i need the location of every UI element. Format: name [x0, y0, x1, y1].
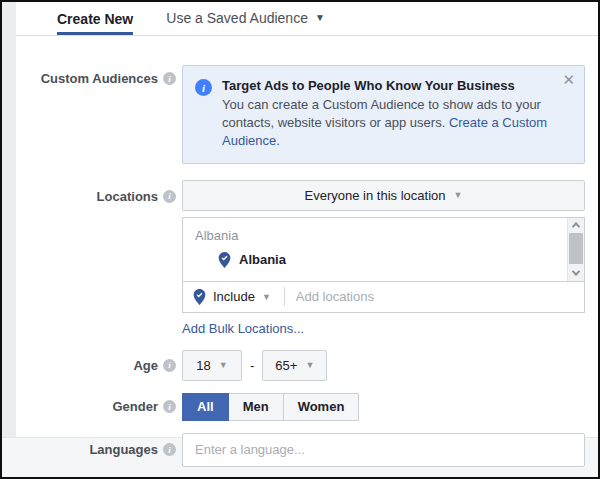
- divider: [284, 287, 285, 306]
- selected-location-item[interactable]: Albania: [218, 252, 584, 268]
- age-min-dropdown[interactable]: 18 ▼: [182, 350, 242, 381]
- include-row: Include ▼: [183, 281, 584, 312]
- chevron-down-icon: [572, 267, 580, 275]
- chevron-up-icon: [572, 222, 580, 230]
- scroll-down-button[interactable]: [568, 266, 584, 281]
- gender-option-women[interactable]: Women: [283, 393, 360, 421]
- location-scope-dropdown[interactable]: Everyone in this location ▼: [182, 180, 585, 211]
- selected-locations-list: Albania Albania: [183, 218, 584, 281]
- audience-tabbar: Create New Use a Saved Audience ▼: [16, 2, 598, 36]
- chevron-down-icon: ▼: [315, 12, 325, 23]
- gender-segmented-control: All Men Women: [182, 393, 359, 421]
- locations-box: Albania Albania: [182, 217, 585, 313]
- age-row: Age i 18 ▼ - 65+ ▼: [16, 350, 598, 381]
- selected-location-name: Albania: [239, 252, 286, 267]
- include-dropdown[interactable]: Include ▼: [193, 289, 271, 305]
- banner-title: Target Ads to People Who Know Your Busin…: [222, 78, 554, 93]
- age-max-dropdown[interactable]: 65+ ▼: [262, 350, 327, 381]
- audience-form: Custom Audiences i i Target Ads to Peopl…: [16, 36, 598, 467]
- banner-body: You can create a Custom Audience to show…: [222, 96, 554, 151]
- include-value: Include: [213, 289, 255, 304]
- tab-create-new[interactable]: Create New: [57, 2, 133, 35]
- chevron-down-icon: ▼: [305, 360, 314, 370]
- locations-label: Locations i: [16, 180, 176, 204]
- close-icon[interactable]: ✕: [562, 72, 575, 87]
- age-label: Age i: [16, 358, 176, 373]
- locations-row: Locations i Everyone in this location ▼ …: [16, 180, 598, 336]
- location-pin-icon: [193, 289, 206, 305]
- gender-option-all[interactable]: All: [182, 393, 229, 421]
- tab-saved-audience-label: Use a Saved Audience: [166, 10, 308, 26]
- tab-create-new-label: Create New: [57, 11, 133, 27]
- gender-option-men[interactable]: Men: [228, 393, 284, 421]
- info-icon[interactable]: i: [163, 400, 176, 413]
- chevron-down-icon: ▼: [262, 292, 271, 302]
- left-gutter: [2, 2, 16, 437]
- scroll-up-button[interactable]: [568, 218, 584, 233]
- location-region-header: Albania: [183, 218, 584, 243]
- languages-input[interactable]: [182, 433, 585, 467]
- info-icon[interactable]: i: [163, 443, 176, 456]
- custom-audience-banner: i Target Ads to People Who Know Your Bus…: [182, 65, 585, 164]
- info-icon[interactable]: i: [163, 190, 176, 203]
- tab-use-saved-audience[interactable]: Use a Saved Audience ▼: [166, 2, 325, 35]
- gender-row: Gender i All Men Women: [16, 393, 598, 421]
- chevron-down-icon: ▼: [219, 360, 228, 370]
- info-icon[interactable]: i: [163, 72, 176, 85]
- info-icon[interactable]: i: [163, 359, 176, 372]
- languages-label: Languages i: [16, 442, 176, 457]
- scrollbar-thumb[interactable]: [569, 233, 583, 264]
- info-circle-icon: i: [195, 79, 212, 96]
- age-range-separator: -: [250, 358, 254, 373]
- scrollbar[interactable]: [567, 218, 584, 281]
- custom-audiences-label: Custom Audiences i: [16, 65, 176, 86]
- audience-panel: Create New Use a Saved Audience ▼ Custom…: [0, 0, 600, 479]
- location-pin-icon: [218, 252, 231, 268]
- add-locations-input[interactable]: [296, 289, 574, 304]
- chevron-down-icon: ▼: [454, 190, 463, 200]
- languages-row: Languages i: [16, 433, 598, 467]
- gender-label: Gender i: [16, 399, 176, 414]
- add-bulk-locations-link[interactable]: Add Bulk Locations...: [182, 321, 304, 336]
- custom-audiences-row: Custom Audiences i i Target Ads to Peopl…: [16, 65, 598, 164]
